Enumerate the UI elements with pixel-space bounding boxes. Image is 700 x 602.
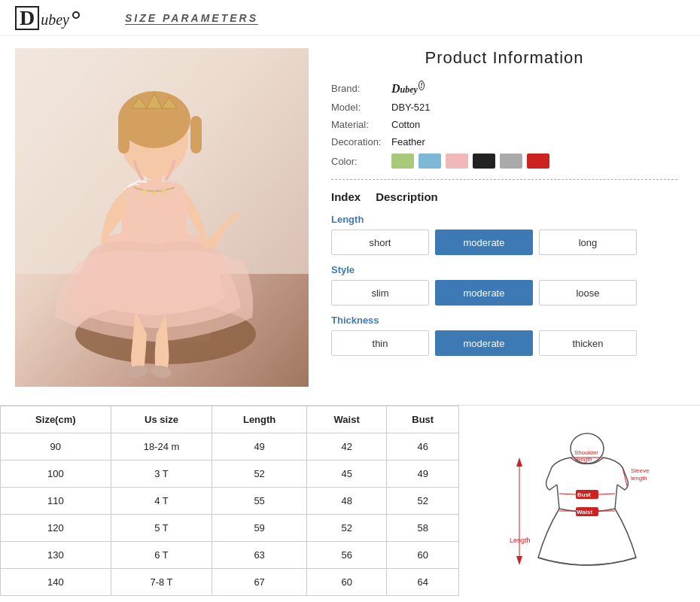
svg-text:Sleeve: Sleeve — [631, 467, 650, 474]
style-section: Style slim moderate loose — [331, 264, 677, 306]
style-loose-button[interactable]: loose — [539, 280, 637, 306]
main-section: Product Information Brand: Dubey! Model:… — [0, 36, 700, 405]
table-cell-col3: 45 — [306, 461, 387, 488]
svg-point-11 — [142, 189, 147, 193]
length-buttons: short moderate long — [331, 230, 677, 255]
color-label: Color: — [331, 156, 391, 167]
length-section: Length short moderate long — [331, 214, 677, 255]
svg-marker-31 — [516, 458, 522, 467]
size-table-wrap: Size(cm) Us size Length Waist Bust 9018-… — [0, 406, 474, 596]
thickness-moderate-button[interactable]: moderate — [435, 330, 533, 356]
table-cell-col1: 6 T — [111, 542, 212, 569]
table-row: 1306 T635660 — [1, 542, 459, 569]
color-swatch-green[interactable] — [391, 154, 414, 169]
svg-text:Bust: Bust — [577, 491, 591, 498]
color-swatch-pink[interactable] — [446, 154, 468, 169]
index-desc-row: Index Description — [331, 190, 677, 203]
decoration-row: Decoration: Feather — [331, 136, 677, 147]
material-value: Cotton — [391, 119, 420, 130]
thickness-label: Thickness — [331, 315, 677, 326]
table-cell-col0: 90 — [1, 433, 111, 461]
brand-label: Brand: — [331, 83, 391, 94]
brand-value: Dubey! — [391, 81, 425, 96]
table-row: 1104 T554852 — [1, 488, 459, 515]
svg-text:length: length — [631, 475, 647, 482]
svg-line-24 — [598, 494, 615, 494]
table-cell-col1: 5 T — [111, 515, 212, 542]
col-header-length: Length — [212, 406, 307, 433]
header: Dubey SIZE PARAMETERS — [0, 0, 700, 36]
table-cell-col0: 140 — [1, 569, 111, 596]
table-row: 1003 T524549 — [1, 461, 459, 488]
logo-circle-icon — [72, 11, 80, 19]
color-swatch-gray[interactable] — [500, 154, 522, 169]
dress-diagram: Shoulder length Sleeve length Bust Waist… — [474, 406, 700, 596]
table-cell-col2: 49 — [212, 433, 307, 461]
style-slim-button[interactable]: slim — [331, 280, 429, 306]
table-cell-col3: 48 — [306, 488, 387, 515]
logo: Dubey — [15, 6, 80, 30]
product-info-panel: Product Information Brand: Dubey! Model:… — [324, 48, 685, 393]
table-cell-col4: 49 — [387, 461, 459, 488]
style-moderate-button[interactable]: moderate — [435, 280, 533, 306]
svg-point-13 — [162, 189, 166, 193]
table-cell-col0: 120 — [1, 515, 111, 542]
table-cell-col3: 56 — [306, 542, 387, 569]
table-row: 1205 T595258 — [1, 515, 459, 542]
svg-rect-7 — [190, 116, 202, 154]
table-cell-col2: 55 — [212, 488, 307, 515]
table-cell-col1: 7-8 T — [111, 569, 212, 596]
logo-d-box: D — [15, 6, 39, 30]
table-cell-col1: 18-24 m — [111, 433, 212, 461]
length-short-button[interactable]: short — [331, 230, 429, 255]
col-header-waist: Waist — [306, 406, 387, 433]
table-cell-col3: 52 — [306, 515, 387, 542]
model-row: Model: DBY-521 — [331, 102, 677, 113]
thickness-thin-button[interactable]: thin — [331, 330, 429, 356]
col-header-bust: Bust — [387, 406, 459, 433]
material-row: Material: Cotton — [331, 119, 677, 130]
table-cell-col2: 63 — [212, 542, 307, 569]
description-label: Description — [376, 190, 438, 203]
table-row: 9018-24 m494246 — [1, 433, 459, 461]
header-title: SIZE PARAMETERS — [125, 12, 258, 24]
decoration-value: Feather — [391, 136, 425, 147]
length-long-button[interactable]: long — [539, 230, 637, 255]
col-header-size: Size(cm) — [1, 406, 111, 433]
brand-row: Brand: Dubey! — [331, 81, 677, 96]
length-moderate-button[interactable]: moderate — [435, 230, 533, 255]
color-swatch-black[interactable] — [473, 154, 495, 169]
table-cell-col1: 3 T — [111, 461, 212, 488]
size-section: Size(cm) Us size Length Waist Bust 9018-… — [0, 405, 700, 602]
table-cell-col2: 59 — [212, 515, 307, 542]
table-cell-col3: 42 — [306, 433, 387, 461]
svg-text:Length: Length — [510, 537, 531, 544]
svg-marker-32 — [516, 556, 522, 565]
material-label: Material: — [331, 119, 391, 130]
svg-text:Shoulder: Shoulder — [574, 449, 598, 456]
index-label: Index — [331, 190, 361, 203]
product-photo — [15, 48, 309, 387]
thickness-section: Thickness thin moderate thicken — [331, 315, 677, 356]
divider — [331, 179, 677, 180]
table-cell-col3: 60 — [306, 569, 387, 596]
decoration-label: Decoration: — [331, 136, 391, 147]
thickness-buttons: thin moderate thicken — [331, 330, 677, 356]
svg-text:Waist: Waist — [577, 509, 592, 515]
style-buttons: slim moderate loose — [331, 280, 677, 306]
table-cell-col0: 100 — [1, 461, 111, 488]
col-header-ussize: Us size — [111, 406, 212, 433]
thickness-thicken-button[interactable]: thicken — [539, 330, 637, 356]
table-cell-col0: 110 — [1, 488, 111, 515]
color-row: Color: — [331, 154, 677, 169]
model-value: DBY-521 — [391, 102, 431, 113]
color-swatch-red[interactable] — [527, 154, 549, 169]
color-swatch-blue[interactable] — [418, 154, 441, 169]
table-cell-col0: 130 — [1, 542, 111, 569]
product-image — [15, 48, 309, 387]
svg-point-12 — [152, 191, 157, 196]
style-label: Style — [331, 264, 677, 275]
product-info-title: Product Information — [331, 48, 677, 68]
table-cell-col2: 67 — [212, 569, 307, 596]
table-cell-col1: 4 T — [111, 488, 212, 515]
